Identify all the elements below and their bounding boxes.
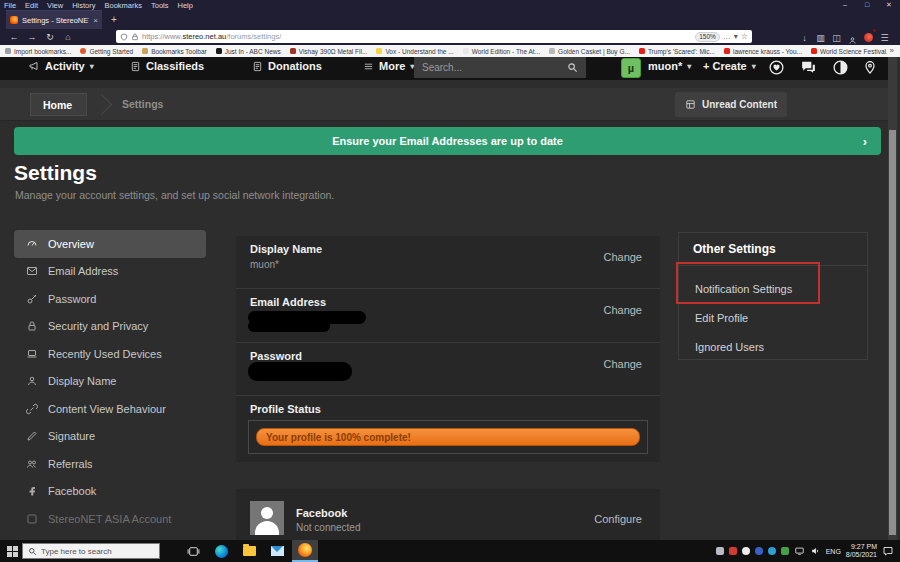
- bookmark-item[interactable]: Vishay 390Ω Metal Fil...: [290, 48, 368, 55]
- pocket-icon[interactable]: ▾: [734, 30, 738, 43]
- edit-profile-link[interactable]: Edit Profile: [679, 300, 867, 329]
- breadcrumb: Home Settings Unread Content: [0, 88, 891, 121]
- bookmark-item[interactable]: Getting Started: [80, 48, 133, 55]
- search-icon[interactable]: [567, 62, 578, 73]
- bookmark-item[interactable]: Bookmarks Toolbar: [142, 48, 207, 55]
- bookmark-item[interactable]: Vox - Understand the ...: [376, 48, 453, 55]
- bookmarks-overflow-icon[interactable]: »: [887, 45, 897, 57]
- start-button[interactable]: [0, 540, 24, 562]
- lock-icon[interactable]: [131, 33, 139, 41]
- configure-facebook-link[interactable]: Configure: [594, 513, 642, 525]
- sidebar-item-referrals[interactable]: Referrals: [14, 450, 206, 478]
- new-tab-button[interactable]: +: [106, 10, 122, 29]
- nav-more[interactable]: More▾: [363, 60, 414, 72]
- sidebar-item-display-name[interactable]: Display Name: [14, 368, 206, 396]
- sidebar-item-facebook[interactable]: Facebook: [14, 478, 206, 506]
- bookmark-item[interactable]: Just In - ABC News: [216, 48, 281, 55]
- hamburger-menu-icon[interactable]: ☰: [877, 31, 892, 46]
- taskbar-search[interactable]: [22, 543, 160, 559]
- language-indicator[interactable]: ENG: [826, 548, 841, 555]
- change-email-link[interactable]: Change: [603, 304, 642, 316]
- sidebar-item-content-view[interactable]: Content View Behaviour: [14, 395, 206, 423]
- minimize-button[interactable]: –: [834, 0, 856, 10]
- page-actions-icon[interactable]: …: [723, 30, 731, 43]
- sidebar-item-security-privacy[interactable]: Security and Privacy: [14, 313, 206, 341]
- maximize-button[interactable]: □: [856, 0, 878, 10]
- bookmark-item[interactable]: Trump's 'Scared': Mic...: [639, 48, 715, 55]
- breadcrumb-home[interactable]: Home: [30, 93, 87, 116]
- bookmark-item[interactable]: World Science Festival...: [811, 48, 891, 55]
- task-view-button[interactable]: [180, 540, 206, 562]
- tray-green-icon[interactable]: [781, 547, 789, 555]
- location-pin-icon[interactable]: [862, 59, 878, 75]
- user-avatar[interactable]: µ: [621, 58, 641, 78]
- nav-activity[interactable]: Activity▾: [28, 60, 94, 72]
- bookmark-star-icon[interactable]: ☆: [741, 30, 748, 43]
- url-bar[interactable]: https://www. stereo.net.au /forums/setti…: [116, 30, 752, 43]
- account-icon[interactable]: [845, 33, 860, 45]
- library-icon[interactable]: ▥: [813, 31, 828, 46]
- tray-volume-icon[interactable]: [810, 546, 821, 556]
- home-icon[interactable]: ⌂: [60, 30, 76, 45]
- browser-tab[interactable]: Settings - StereoNET ×: [6, 10, 102, 29]
- sidebar-item-recent-devices[interactable]: Recently Used Devices: [14, 340, 206, 368]
- change-password-link[interactable]: Change: [603, 358, 642, 370]
- menu-help[interactable]: Help: [178, 1, 193, 10]
- firefox-taskbar-button[interactable]: [292, 540, 318, 562]
- sidebar-item-signature[interactable]: Signature: [14, 423, 206, 451]
- menu-tools[interactable]: Tools: [151, 1, 169, 10]
- ignored-users-link[interactable]: Ignored Users: [679, 329, 867, 358]
- nav-classifieds[interactable]: Classifieds: [130, 60, 204, 72]
- email-update-banner[interactable]: Ensure your Email Addresses are up to da…: [14, 127, 881, 155]
- theme-contrast-icon[interactable]: [832, 59, 849, 76]
- nav-donations[interactable]: Donations: [252, 60, 322, 72]
- tray-alert-icon[interactable]: [729, 547, 737, 555]
- taskbar-search-input[interactable]: [41, 547, 154, 556]
- unread-content-button[interactable]: Unread Content: [675, 92, 787, 117]
- sidebar-item-password[interactable]: Password: [14, 285, 206, 313]
- tray-shield-icon[interactable]: [768, 547, 776, 555]
- sidebar-toggle-icon[interactable]: ◫: [829, 31, 844, 46]
- support-heart-icon[interactable]: [768, 59, 785, 76]
- refresh-icon[interactable]: ↻: [42, 30, 58, 45]
- tray-m-icon[interactable]: [755, 547, 763, 555]
- sidebar-item-email-address[interactable]: Email Address: [14, 258, 206, 286]
- menu-history[interactable]: History: [72, 1, 95, 10]
- create-button[interactable]: + Create▾: [703, 60, 756, 72]
- envelope-icon: [26, 265, 38, 277]
- action-center-icon[interactable]: [882, 545, 894, 557]
- bookmark-item[interactable]: Golden Casket | Buy G...: [549, 48, 630, 55]
- close-button[interactable]: ✕: [878, 0, 900, 10]
- forward-icon[interactable]: →: [24, 30, 40, 45]
- bookmark-item[interactable]: Import bookmarks...: [5, 48, 71, 55]
- downloads-icon[interactable]: ↓: [797, 31, 812, 46]
- scrollbar-thumb[interactable]: [889, 130, 896, 535]
- site-search[interactable]: [414, 57, 586, 78]
- task-view-icon: [187, 545, 200, 558]
- menu-bookmarks[interactable]: Bookmarks: [105, 1, 143, 10]
- unread-grid-icon: [685, 99, 696, 110]
- back-icon[interactable]: ←: [6, 30, 22, 45]
- sidebar-item-stereonet-asia[interactable]: StereoNET ASIA Account: [14, 505, 206, 533]
- taskbar-clock[interactable]: 9:27 PM 8/05/2021: [846, 543, 877, 559]
- bookmark-item[interactable]: World Edition - The At...: [463, 48, 540, 55]
- tray-monitor-icon[interactable]: [794, 546, 805, 556]
- menu-edit[interactable]: Edit: [25, 1, 38, 10]
- edge-taskbar-button[interactable]: [208, 540, 234, 562]
- messages-icon[interactable]: [800, 59, 817, 76]
- page-scrollbar[interactable]: [888, 57, 897, 540]
- tab-close-icon[interactable]: ×: [93, 16, 98, 25]
- zoom-level-badge[interactable]: 150%: [695, 32, 720, 42]
- tray-user-icon[interactable]: [716, 547, 724, 555]
- explorer-taskbar-button[interactable]: [236, 540, 262, 562]
- mail-taskbar-button[interactable]: [264, 540, 290, 562]
- sidebar-item-overview[interactable]: Overview: [14, 230, 206, 258]
- tray-app-icon[interactable]: [742, 547, 750, 555]
- user-menu[interactable]: muon*▾: [648, 60, 691, 72]
- site-search-input[interactable]: [422, 62, 567, 73]
- change-display-name-link[interactable]: Change: [603, 251, 642, 263]
- menu-file[interactable]: File: [4, 1, 16, 10]
- shield-icon[interactable]: [120, 33, 128, 41]
- menu-view[interactable]: View: [47, 1, 63, 10]
- bookmark-item[interactable]: lawrence krauss - You...: [724, 48, 802, 55]
